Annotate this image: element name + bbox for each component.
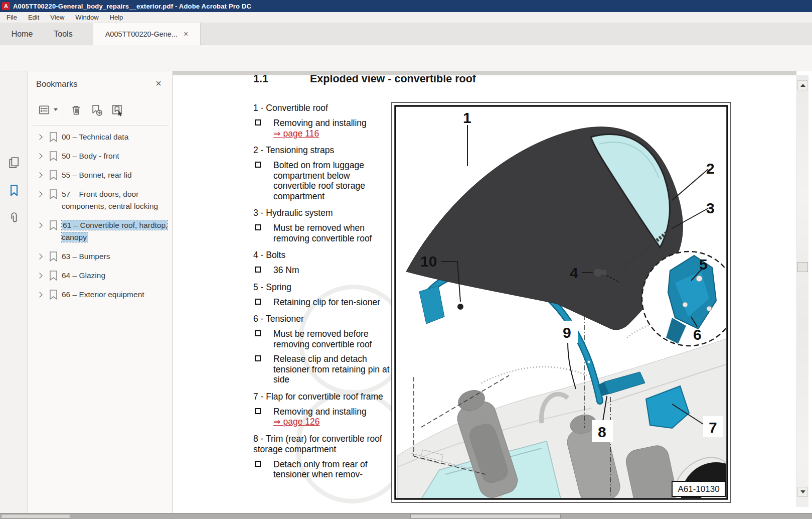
expand-chevron-icon[interactable] — [37, 292, 42, 297]
legend-item: 5 - Spring — [253, 282, 395, 293]
bottom-bar-segment — [1, 514, 70, 518]
checkbox-bullet-icon — [255, 461, 261, 467]
checkbox-bullet-icon — [255, 162, 261, 168]
main-toolbar: 109 (115 of 271) 107% — [0, 45, 812, 71]
expand-chevron-icon[interactable] — [37, 273, 42, 278]
bookmark-list: 00 – Technical data 50 – Body - front 55… — [31, 127, 171, 304]
bookmark-label: 00 – Technical data — [62, 133, 128, 141]
legend-item: 3 - Hydraulic system — [253, 208, 395, 218]
bookmark-item-exterior-equipment[interactable]: 66 – Exterior equipment — [31, 285, 171, 304]
menu-window[interactable]: Window — [70, 12, 104, 23]
bookmark-item-technical-data[interactable]: 00 – Technical data — [31, 127, 171, 147]
tab-close-icon[interactable]: × — [184, 31, 188, 38]
bookmark-icon — [49, 151, 58, 165]
menu-edit[interactable]: Edit — [23, 12, 45, 23]
callout-9: 9 — [563, 324, 571, 341]
legend-item: 6 - Tensioner — [253, 314, 395, 324]
bookmarks-panel-title: Bookmarks — [36, 79, 78, 89]
bookmark-item-bumpers[interactable]: 63 – Bumpers — [31, 247, 171, 266]
menu-bar: File Edit View Window Help — [0, 12, 812, 23]
bookmarks-panel: Bookmarks × 00 – Technical data 5 — [28, 71, 173, 513]
legend-item: 2 - Tensioning straps — [253, 145, 395, 156]
panel-separator — [33, 125, 169, 126]
bookmark-icon — [49, 220, 58, 234]
checkbox-bullet-icon — [255, 224, 261, 230]
delete-bookmark-icon[interactable] — [69, 102, 84, 117]
exploded-view-figure: 1 2 3 4 5 6 7 8 9 10 A61-10130 — [391, 102, 731, 503]
bookmark-item-convertible-roof[interactable]: 61 – Convertible roof, hardtop, canopy — [31, 216, 171, 247]
bookmark-label-selected: 61 – Convertible roof, hardtop, canopy — [62, 220, 168, 242]
tab-document-label: A005TT00220-Gene... — [105, 30, 178, 38]
bookmarks-panel-icon[interactable] — [6, 182, 22, 198]
legend-bullet: Removing and installing ⇒ page 126 — [253, 407, 394, 427]
page-link[interactable]: ⇒ page 126 — [273, 417, 320, 427]
legend-bullet: 36 Nm — [253, 265, 394, 276]
document-view[interactable]: 1.1 Exploded view - convertible roof 1 -… — [173, 71, 796, 513]
menu-help[interactable]: Help — [104, 12, 129, 23]
acrobat-window: A A005TT00220-General_body_repairs__exte… — [0, 0, 812, 519]
page-thumbnails-icon[interactable] — [6, 155, 22, 171]
bookmark-item-bonnet-rear-lid[interactable]: 55 – Bonnet, rear lid — [31, 166, 171, 185]
menu-file[interactable]: File — [1, 12, 23, 23]
scroll-up-icon[interactable] — [797, 80, 808, 90]
expand-chevron-icon[interactable] — [37, 153, 42, 159]
legend-item: 4 - Bolts — [253, 250, 395, 261]
bookmark-item-front-doors[interactable]: 57 – Front doors, door components, centr… — [31, 185, 171, 216]
legend-bullet: Bolted on from luggage compartment below… — [253, 160, 394, 201]
tab-bar: Home Tools A005TT00220-Gene... × — [0, 23, 812, 45]
bookmark-label: 66 – Exterior equipment — [62, 290, 144, 299]
bookmark-item-glazing[interactable]: 64 – Glazing — [31, 266, 171, 285]
vertical-scrollbar[interactable] — [796, 75, 808, 507]
expand-chevron-icon[interactable] — [37, 172, 42, 178]
expand-chevron-icon[interactable] — [37, 191, 42, 197]
callout-5: 5 — [699, 256, 708, 273]
legend-bullet: Release clip and detach tensioner from r… — [253, 354, 394, 385]
bookmark-options-icon[interactable] — [37, 102, 52, 117]
callout-3: 3 — [706, 200, 715, 216]
tab-home[interactable]: Home — [0, 23, 44, 45]
bookmark-icon — [49, 132, 58, 146]
legend-item: 8 - Trim (rear) for convertible roof sto… — [253, 434, 395, 455]
legend-item: 7 - Flap for convertible roof frame — [253, 392, 395, 402]
panel-toolbar-divider — [63, 101, 63, 118]
legend-bullet: Retaining clip for ten-sioner — [253, 297, 394, 308]
title-bar: A A005TT00220-General_body_repairs__exte… — [0, 0, 812, 12]
figure-code: A61-10130 — [678, 484, 719, 494]
bookmark-options-caret-icon[interactable] — [54, 108, 58, 111]
bookmark-icon — [49, 289, 58, 304]
tab-tools[interactable]: Tools — [44, 23, 82, 45]
legend-bullet: Detach only from rear of tensioner when … — [253, 459, 394, 480]
bookmarks-panel-close-icon[interactable]: × — [155, 78, 161, 89]
menu-view[interactable]: View — [45, 12, 70, 23]
window-title: A005TT00220-General_body_repairs__exteri… — [13, 3, 251, 10]
expand-chevron-icon[interactable] — [37, 222, 42, 228]
set-destination-icon[interactable] — [110, 102, 125, 117]
tab-document[interactable]: A005TT00220-Gene... × — [93, 23, 201, 45]
checkbox-bullet-icon — [255, 355, 261, 361]
expand-chevron-icon[interactable] — [37, 134, 42, 140]
bookmark-label: 55 – Bonnet, rear lid — [62, 171, 132, 179]
bookmark-icon — [49, 189, 58, 203]
expand-chevron-icon[interactable] — [37, 253, 42, 259]
bookmark-icon — [49, 251, 58, 266]
checkbox-bullet-icon — [255, 267, 261, 273]
callout-1: 1 — [463, 109, 471, 126]
callout-2: 2 — [706, 160, 715, 177]
page-gap — [173, 71, 796, 75]
page-link[interactable]: ⇒ page 116 — [273, 128, 319, 139]
navigation-rail — [0, 71, 28, 513]
bookmark-label: 64 – Glazing — [62, 271, 105, 280]
bookmark-label: 63 – Bumpers — [62, 252, 110, 261]
attachments-icon[interactable] — [6, 210, 22, 226]
scroll-down-icon[interactable] — [797, 487, 808, 497]
legend-text-column: 1 - Convertible roof Removing and instal… — [253, 96, 395, 480]
bottom-bar-segment — [410, 514, 561, 518]
callout-10: 10 — [420, 253, 437, 270]
callout-7: 7 — [709, 419, 717, 436]
scrollbar-thumb[interactable] — [797, 262, 808, 272]
add-bookmark-icon[interactable] — [89, 102, 104, 117]
bookmark-item-body-front[interactable]: 50 – Body - front — [31, 147, 171, 166]
legend-bullet: Must be removed when removing convertibl… — [253, 223, 394, 243]
bookmark-label: 50 – Body - front — [62, 152, 119, 160]
checkbox-bullet-icon — [255, 408, 261, 414]
